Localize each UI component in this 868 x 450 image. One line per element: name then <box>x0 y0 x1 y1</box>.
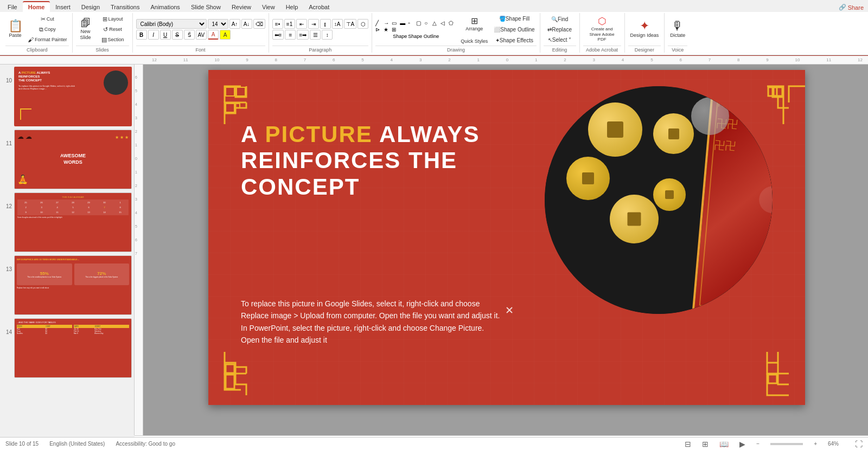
select-button[interactable]: ↖ Select ˅ <box>544 35 576 44</box>
reset-button[interactable]: ↺ Reset <box>97 24 129 34</box>
tab-view[interactable]: View <box>257 2 280 12</box>
zoom-out-button[interactable]: − <box>756 441 760 447</box>
slide-thumb-14[interactable]: ...AND THE SAME GOES FOR TABLES FOOD COS… <box>14 318 132 378</box>
underline-button[interactable]: U <box>160 30 171 40</box>
increase-font-size-button[interactable]: A↑ <box>229 19 240 29</box>
slide-thumb-13[interactable]: INFOGRAPHICS ARE 30 TIMES MORE UNDERSTAN… <box>14 255 132 315</box>
tab-insert[interactable]: Insert <box>50 2 76 12</box>
tab-slideshow[interactable]: Slide Show <box>186 2 226 12</box>
shape-outline-button[interactable]: ⬜ Shape Outline <box>492 24 536 34</box>
font-label: Font <box>136 46 265 53</box>
text-highlight-button[interactable]: A <box>220 30 231 40</box>
tab-review[interactable]: Review <box>226 2 257 12</box>
line-shape[interactable]: ╱ <box>375 20 383 26</box>
shape-label: Shape <box>393 34 407 39</box>
text-direction-button[interactable]: ↕A <box>332 19 343 29</box>
format-painter-button[interactable]: 🖌 Format Painter <box>26 35 69 44</box>
rect2-shape[interactable]: ▬ <box>400 20 407 26</box>
new-slide-button[interactable]: 🗐 NewSlide <box>76 15 95 44</box>
line-spacing-button[interactable]: ↕ <box>322 30 333 40</box>
align-center-button[interactable]: ≡ <box>285 30 296 40</box>
justify-button[interactable]: ☰ <box>310 30 321 40</box>
font-spacing-button[interactable]: AV <box>196 30 207 40</box>
create-pdf-button[interactable]: ⬡ Create and Share Adobe PDF <box>583 15 621 44</box>
slide-item-11[interactable]: 11 ☁ ☁ AWESOMEWORDS 🧘 ★ ★ ★ <box>2 130 132 189</box>
tab-acrobat[interactable]: Acrobat <box>303 2 335 12</box>
slide-thumb-11[interactable]: ☁ ☁ AWESOMEWORDS 🧘 ★ ★ ★ <box>14 130 132 189</box>
arrow-shape[interactable]: → <box>384 20 391 26</box>
font-size-select[interactable]: 14 <box>208 19 228 29</box>
tab-help[interactable]: Help <box>280 2 304 12</box>
align-right-button[interactable]: ≡➡ <box>297 30 309 40</box>
rect-shape[interactable]: ▭ <box>392 20 399 26</box>
bold-button[interactable]: B <box>136 30 147 40</box>
arrange-button[interactable]: ⊞ Arrange <box>458 13 490 36</box>
reading-view-button[interactable]: 📖 <box>719 440 729 448</box>
rounrect-shape[interactable]: ▢ <box>416 20 424 26</box>
shape-fill-button[interactable]: 🪣 Shape Fill <box>492 14 536 23</box>
ellipse-shape[interactable]: ○ <box>424 20 432 26</box>
align-text-button[interactable]: ⊤A <box>344 19 357 29</box>
slide-thumb-12[interactable]: THIS IS A CALENDAR 2526272829301 2345678… <box>14 192 132 252</box>
slide-item-13[interactable]: 13 INFOGRAPHICS ARE 30 TIMES MORE UNDERS… <box>2 255 132 315</box>
pentagon-shape[interactable]: ⬠ <box>449 20 456 26</box>
section-button[interactable]: ▤ Section <box>97 35 129 44</box>
slide-sorter-button[interactable]: ⊞ <box>702 440 709 448</box>
font-name-select[interactable]: Calibri (Body) <box>136 19 207 29</box>
rect3-shape[interactable]: ▫ <box>408 20 416 26</box>
quick-styles-button[interactable]: Quick Styles <box>458 37 490 46</box>
presentation-button[interactable]: ▶ <box>739 440 745 448</box>
indent-less-button[interactable]: ⇤ <box>296 19 307 29</box>
editing-small-btns: 🔍 Find ⇄ Replace ↖ Select ˅ <box>544 14 576 44</box>
chevron-shape[interactable]: ⊳ <box>375 27 383 33</box>
zoom-in-button[interactable]: + <box>814 441 817 447</box>
cut-button[interactable]: ✂ Cut <box>26 14 69 24</box>
zoom-slider[interactable] <box>770 443 803 445</box>
slide-circle-image: 卍卍 卍卍 卍卍 <box>545 86 773 314</box>
more-shapes[interactable]: ⊞ <box>392 27 399 33</box>
dictate-button[interactable]: 🎙 Dictate <box>668 15 687 44</box>
slide-panel[interactable]: 10 A PICTURE ALWAYSREINFORCESTHE CONCEPT… <box>0 65 135 435</box>
group-font: Calibri (Body) 14 A↑ A↓ ⌫ B I U S <box>133 13 269 53</box>
shape-effects-button[interactable]: ✦ Shape Effects <box>492 35 536 45</box>
zoom-level[interactable]: 64% <box>828 441 844 447</box>
decrease-font-size-button[interactable]: A↓ <box>241 19 252 29</box>
indent-more-button[interactable]: ⇥ <box>308 19 319 29</box>
share-button[interactable]: 🔗 Share <box>834 3 868 12</box>
tab-file[interactable]: File <box>2 2 23 12</box>
columns-button[interactable]: ⫿ <box>320 19 331 29</box>
fit-slide-button[interactable]: ⛶ <box>855 440 863 448</box>
strikethrough-button[interactable]: S <box>172 30 183 40</box>
font-color-button[interactable]: A <box>208 30 219 40</box>
triangle-shape[interactable]: △ <box>432 20 440 26</box>
slide-canvas[interactable]: A PICTURE ALWAYS REINFORCES THE CONCEPT … <box>208 70 805 405</box>
align-left-button[interactable]: ⬅≡ <box>272 30 284 40</box>
slide-thumb-10[interactable]: A PICTURE ALWAYSREINFORCESTHE CONCEPT To… <box>14 67 132 126</box>
rtriangle-shape[interactable]: ◁ <box>441 20 448 26</box>
slide-item-14[interactable]: 14 ...AND THE SAME GOES FOR TABLES FOOD … <box>2 318 132 378</box>
clear-formatting-button[interactable]: ⌫ <box>253 19 265 29</box>
slide-item-10[interactable]: 10 A PICTURE ALWAYSREINFORCESTHE CONCEPT… <box>2 67 132 126</box>
numbering-button[interactable]: ≡1 <box>284 19 295 29</box>
group-designer: ✦ Design Ideas Designer <box>625 13 665 53</box>
bullets-button[interactable]: ≡• <box>272 19 283 29</box>
design-ideas-button[interactable]: ✦ Design Ideas <box>628 15 661 44</box>
star-shape[interactable]: ★ <box>384 27 391 33</box>
paste-button[interactable]: 📋 Paste <box>5 15 25 44</box>
slides-group-content: 🗐 NewSlide ⊞ Layout ↺ Reset ▤ Section <box>76 13 129 46</box>
slide-item-12[interactable]: 12 THIS IS A CALENDAR 2526272829301 2345… <box>2 192 132 252</box>
horizontal-ruler: 121110987 654321 012345 6789101112 <box>0 56 868 65</box>
slide-14-col1: FOOD COST Rice$2 Soup$4 Noodles$3 <box>17 325 72 335</box>
layout-button[interactable]: ⊞ Layout <box>97 14 129 24</box>
tab-transitions[interactable]: Transitions <box>105 2 145 12</box>
copy-button[interactable]: ⧉ Copy <box>26 24 69 34</box>
shadow-button[interactable]: S̈ <box>184 30 195 40</box>
normal-view-button[interactable]: ⊟ <box>685 440 691 448</box>
smartart-button[interactable]: ⬡ <box>358 19 368 29</box>
tab-home[interactable]: Home <box>23 1 50 12</box>
tab-design[interactable]: Design <box>76 2 105 12</box>
tab-animations[interactable]: Animations <box>145 2 185 12</box>
replace-button[interactable]: ⇄ Replace <box>544 24 576 34</box>
find-button[interactable]: 🔍 Find <box>544 14 576 24</box>
italic-button[interactable]: I <box>148 30 159 40</box>
